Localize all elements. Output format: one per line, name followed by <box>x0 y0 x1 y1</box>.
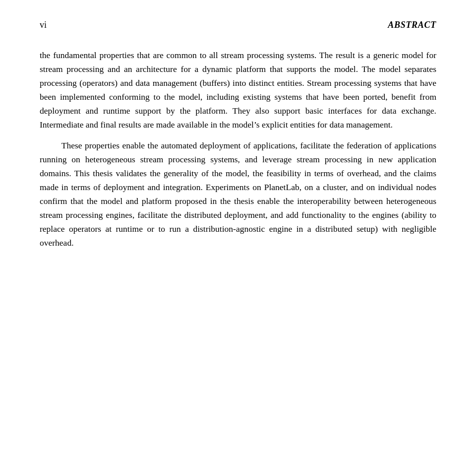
page: vi ABSTRACT the fundamental properties t… <box>0 0 476 467</box>
page-header: vi ABSTRACT <box>40 20 436 30</box>
page-title: ABSTRACT <box>388 20 436 30</box>
abstract-content: the fundamental properties that are comm… <box>40 48 436 250</box>
paragraph-1: the fundamental properties that are comm… <box>40 48 436 132</box>
page-number: vi <box>40 20 47 30</box>
paragraph-2: These properties enable the automated de… <box>40 138 436 250</box>
